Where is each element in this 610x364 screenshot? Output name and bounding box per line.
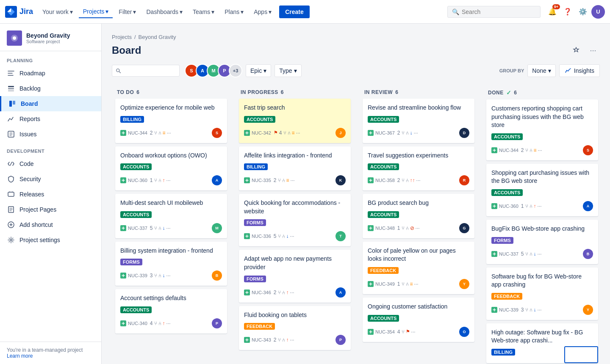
sidebar-item-project-pages[interactable]: Project Pages [0,202,101,217]
app-logo[interactable]: Jira [5,6,33,18]
done-check-icon: ✓ [506,89,512,96]
breadcrumb-project[interactable]: Beyond Gravity [139,34,176,40]
releases-icon [7,190,15,199]
story-icon [491,203,497,209]
card-nuc-342-inprogress[interactable]: Fast trip search ACCOUNTS NUC-342 ⚑ 4 ⑂ … [239,99,351,143]
more-icon[interactable]: ··· [416,177,421,183]
sidebar-item-releases[interactable]: Releases [0,187,101,202]
card-nuc-340-todo[interactable]: Account settings defaults ACCOUNTS NUC-3… [115,289,227,334]
sidebar-item-reports[interactable]: Reports [0,111,101,127]
column-count-inreview: 6 [395,89,398,95]
nav-apps[interactable]: Apps ▾ [250,6,276,18]
story-points: 1 [397,225,400,231]
star-button[interactable] [569,44,583,57]
sidebar-item-add-shortcut[interactable]: Add shortcut [0,217,101,232]
epic-dropdown[interactable]: Epic ▾ [246,64,271,77]
more-icon[interactable]: ··· [166,225,171,231]
story-points: 2 [397,177,400,183]
priority-icon: ↑ [286,337,289,343]
card-nuc-360-todo[interactable]: Onboard workout options (OWO) ACCOUNTS N… [115,146,227,191]
sidebar-item-board[interactable]: Board [0,96,101,111]
card-nuc-337-todo[interactable]: Multi-dest search UI mobileweb ACCOUNTS … [115,194,227,238]
board-search-input[interactable] [122,67,176,74]
card-done-5[interactable]: High outage: Software bug fix - BG Web-s… [486,323,598,363]
reports-label: Reports [19,116,40,122]
nav-dashboards[interactable]: Dashboards ▾ [142,6,187,18]
more-icon[interactable]: ··· [296,130,300,136]
user-avatar[interactable]: U [591,5,605,19]
nav-teams[interactable]: Teams ▾ [189,6,219,18]
search-bar[interactable]: 🔍 [447,6,541,18]
learn-more-link[interactable]: Learn more [7,353,33,359]
priority-icon: ↑↑ [410,177,415,183]
card-nuc-344-todo[interactable]: Optimize experience for mobile web BILLI… [115,99,227,143]
nav-filter[interactable]: Filter ▾ [114,6,140,18]
card-avatar: S [583,145,593,155]
project-pages-label: Project Pages [19,206,56,213]
card-nuc-354-inreview[interactable]: Ongoing customer satisfaction ACCOUNTS N… [363,298,474,342]
more-icon[interactable]: ··· [291,177,295,183]
card-nuc-358-inreview[interactable]: Travel suggestion experiments ACCOUNTS N… [363,146,474,191]
type-dropdown[interactable]: Type ▾ [274,64,301,77]
card-done-4[interactable]: Software bug fix for BG Web-store app cr… [486,267,598,320]
settings-button[interactable]: ⚙️ [576,5,590,19]
security-label: Security [19,176,41,182]
nav-plans[interactable]: Plans ▾ [220,6,248,18]
story-points: 3 [150,273,153,279]
card-nuc-346-inprogress[interactable]: Adapt web app no new payments provider F… [239,250,351,302]
sidebar-project-header[interactable]: Beyond Gravity Software project [0,24,101,51]
card-done-2[interactable]: Shopping cart purchasing issues with the… [486,164,598,216]
card-done-3[interactable]: BugFix BG Web-store app crashing FORMS N… [486,220,598,264]
nav-projects[interactable]: Projects ▾ [79,6,113,18]
more-icon[interactable]: ··· [414,130,418,136]
sidebar-item-roadmap[interactable]: Roadmap [0,66,101,81]
card-nuc-349-inreview[interactable]: Color of pale yellow on our pages looks … [363,242,474,294]
insights-button[interactable]: Insights [559,64,600,77]
avatar-more[interactable]: +3 [229,64,242,77]
more-icon[interactable]: ··· [416,225,420,231]
svg-rect-5 [8,88,14,89]
story-points: 5 [150,225,153,231]
card-nuc-339-todo[interactable]: Billing system integration - frontend FO… [115,242,227,286]
more-icon[interactable]: ··· [166,320,171,326]
blocked-icon: ⊘ [410,225,414,231]
sidebar-item-project-settings[interactable]: Project settings [0,232,101,248]
create-button[interactable]: Create [279,6,310,18]
story-icon [120,177,126,183]
more-icon[interactable]: ··· [414,281,419,287]
sidebar-item-backlog[interactable]: Backlog [0,81,101,96]
card-nuc-335-inprogress[interactable]: Affelite links integration - frontend BI… [239,146,351,191]
column-count-todo: 6 [136,89,139,95]
card-nuc-367-inreview[interactable]: Revise and streamline booking flow ACCOU… [363,99,474,143]
pr-icon: ⑃ [406,281,409,287]
card-nuc-343-inprogress[interactable]: Fluid booking on tablets FEEDBACK NUC-34… [239,306,351,350]
group-by-dropdown[interactable]: None ▾ [527,64,555,77]
nav-your-work[interactable]: Your work ▾ [38,6,77,18]
pr-icon: ⑃ [158,273,161,279]
card-done-1[interactable]: Customers reporting shopping cart purcha… [486,99,598,160]
search-input[interactable] [462,8,536,15]
more-icon[interactable]: ··· [411,329,416,335]
search-icon: 🔍 [452,8,459,15]
notifications-button[interactable]: 🔔 9+ [546,5,559,19]
sidebar-item-code[interactable]: Code [0,156,101,171]
more-options-button[interactable]: ··· [586,44,600,57]
board-search[interactable] [112,65,180,77]
page-header-actions: ··· [569,44,600,57]
more-icon[interactable]: ··· [290,233,294,239]
more-icon[interactable]: ··· [290,290,294,295]
more-icon[interactable]: ··· [166,273,171,279]
sidebar-item-issues[interactable]: Issues [0,127,101,142]
more-icon[interactable]: ··· [167,130,171,136]
tag-accounts: ACCOUNTS [368,315,399,322]
breadcrumb-projects[interactable]: Projects [112,34,132,40]
more-icon[interactable]: ··· [290,337,294,343]
sidebar-item-security[interactable]: Security [0,171,101,187]
more-icon[interactable]: ··· [166,177,171,183]
pr-icon: ⑃ [282,177,285,183]
card-nuc-336-inprogress[interactable]: Quick booking for accommodations - websi… [239,194,351,246]
card-nuc-348-inreview[interactable]: BG product search bug ACCOUNTS NUC-348 1… [363,194,474,238]
board-toolbar: S A M P +3 Epic ▾ Type ▾ GROUP BY None ▾… [112,64,600,77]
help-button[interactable]: ❓ [561,5,574,19]
page-header: Board ··· [112,44,600,57]
